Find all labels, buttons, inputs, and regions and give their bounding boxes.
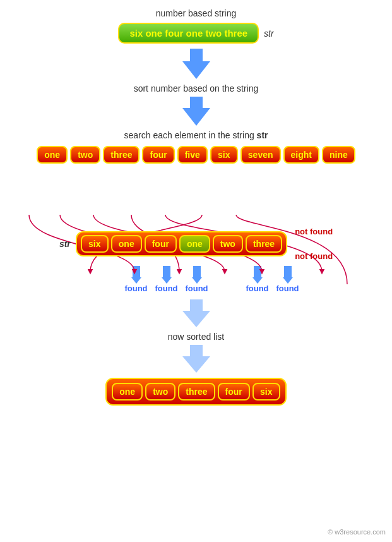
str-two: two <box>213 235 243 253</box>
str-three: three <box>246 235 282 253</box>
found-two: found <box>244 266 271 293</box>
found-empty <box>213 266 241 293</box>
str-one-green: one <box>179 235 210 253</box>
arrow2 <box>182 97 210 126</box>
search-elements-row: one two three four five six seven eight … <box>37 146 355 164</box>
sort-label: sort number based on the string <box>134 83 259 94</box>
str-label: str <box>264 28 274 39</box>
sorted-one: one <box>112 383 143 400</box>
watermark: © w3resource.com <box>328 526 386 537</box>
sorted-two: two <box>145 383 175 400</box>
found-labels-row: found found found found <box>122 266 302 293</box>
found-three: found <box>274 266 302 293</box>
badge-one: one <box>37 146 68 164</box>
now-sorted-label: now sorted list <box>168 331 224 342</box>
str-four: four <box>145 235 177 253</box>
found-six: found <box>122 266 150 293</box>
sorted-three: three <box>178 383 215 400</box>
str-input-badge: six one four one two three <box>118 23 259 44</box>
found-four: found <box>183 266 211 293</box>
str-value: six one four one two three <box>129 28 247 39</box>
arrow4 <box>182 345 210 373</box>
badge-eight: eight <box>283 146 319 164</box>
not-found-section: not found not found <box>295 227 333 261</box>
badge-five: five <box>177 146 208 164</box>
badge-three: three <box>103 146 140 164</box>
badge-two: two <box>70 146 100 164</box>
sorted-six: six <box>252 383 280 400</box>
not-found-2: not found <box>295 251 333 261</box>
str-one: one <box>111 235 142 253</box>
title-label: number based string <box>156 8 237 19</box>
str-elements-section: str six one four one two three not found… <box>59 227 333 261</box>
str-bold-label: str <box>257 130 268 140</box>
badge-six: six <box>210 146 238 164</box>
str-six: six <box>81 235 109 253</box>
arrow1 <box>182 49 210 79</box>
str-elements-container: six one four one two three <box>76 231 287 256</box>
not-found-1: not found <box>295 227 333 236</box>
badge-seven: seven <box>241 146 281 164</box>
sorted-elements-row: one two three four six <box>105 378 286 406</box>
arrow3 <box>182 299 210 327</box>
str-row: six one four one two three str <box>118 23 273 44</box>
badge-four: four <box>142 146 174 164</box>
str-prefix-label: str <box>59 239 71 249</box>
sorted-four: four <box>218 383 250 400</box>
search-label: search each element in the string str <box>124 129 268 141</box>
search-label-text: search each element in the string <box>124 130 254 140</box>
found-one: found <box>153 266 181 293</box>
badge-nine: nine <box>322 146 355 164</box>
